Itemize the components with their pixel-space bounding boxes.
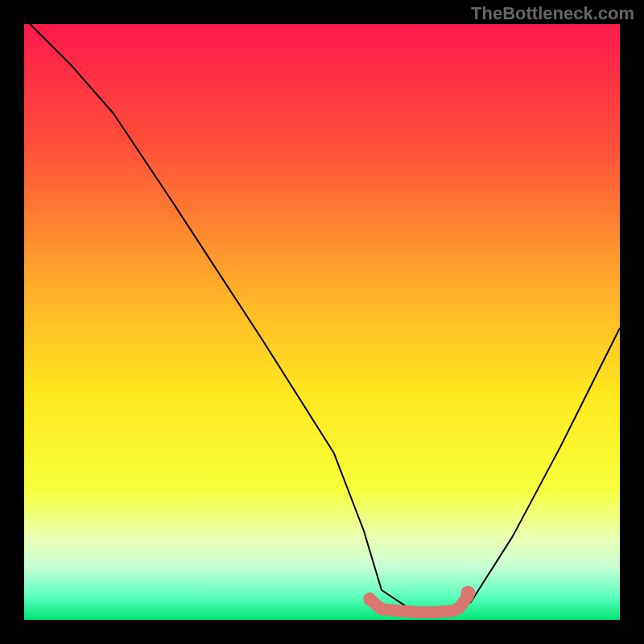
chart-svg: [0, 0, 644, 644]
chart-container: TheBottleneck.com: [0, 0, 644, 644]
watermark-text: TheBottleneck.com: [471, 3, 634, 24]
marker-dot: [363, 592, 376, 605]
marker-dot: [460, 586, 475, 601]
